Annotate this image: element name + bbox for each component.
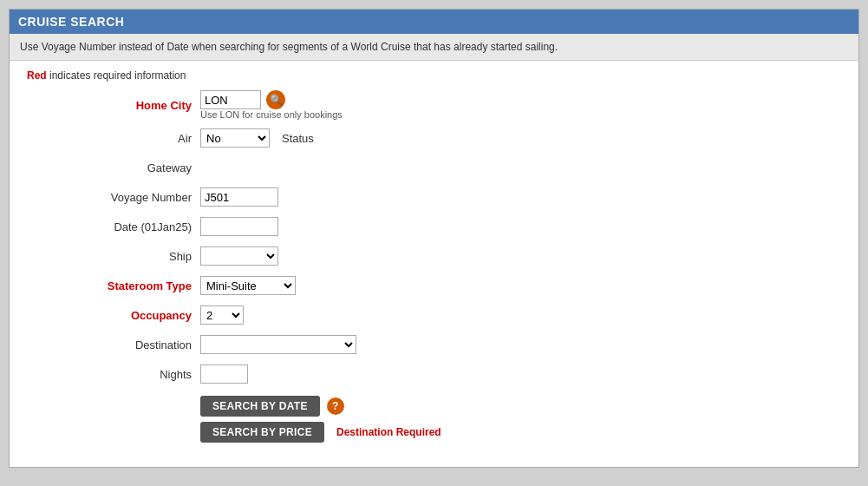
destination-row: Destination xyxy=(27,333,841,356)
home-city-block: 🔍 Use LON for cruise only bookings xyxy=(200,90,343,120)
ship-select[interactable] xyxy=(200,246,278,266)
home-city-label: Home City xyxy=(27,99,200,112)
form-area: Red indicates required information Home … xyxy=(10,61,858,467)
voyage-number-row: Voyage Number xyxy=(27,186,841,208)
voyage-number-label: Voyage Number xyxy=(27,191,200,204)
search-price-line: SEARCH BY PRICE Destination Required xyxy=(200,422,441,443)
home-city-search-button[interactable]: 🔍 xyxy=(266,90,285,109)
buttons-row: SEARCH BY DATE ? SEARCH BY PRICE Destina… xyxy=(27,392,841,443)
destination-label: Destination xyxy=(27,338,200,351)
page-container: CRUISE SEARCH Use Voyage Number instead … xyxy=(0,0,868,476)
info-bar: Use Voyage Number instead of Date when s… xyxy=(10,34,858,61)
ship-controls xyxy=(200,246,841,266)
occupancy-controls: 1 2 3 4 xyxy=(200,305,841,325)
ship-row: Ship xyxy=(27,245,841,267)
date-label: Date (01Jan25) xyxy=(27,220,200,233)
occupancy-row: Occupancy 1 2 3 4 xyxy=(27,304,841,326)
panel-header: CRUISE SEARCH xyxy=(10,10,858,34)
destination-select[interactable] xyxy=(200,335,356,354)
home-city-input[interactable] xyxy=(200,90,261,109)
air-label: Air xyxy=(27,132,200,145)
info-text: Use Voyage Number instead of Date when s… xyxy=(20,41,558,53)
home-city-input-row: 🔍 xyxy=(200,90,343,109)
destination-required-msg: Destination Required xyxy=(336,426,441,438)
stateroom-type-controls: Mini-Suite Inside Outside Balcony Suite xyxy=(200,276,841,295)
red-indicator-text: indicates required information xyxy=(49,69,186,82)
stateroom-type-select[interactable]: Mini-Suite Inside Outside Balcony Suite xyxy=(200,276,296,295)
date-input[interactable] xyxy=(200,217,278,236)
nights-controls xyxy=(200,364,841,384)
status-label: Status xyxy=(282,132,314,145)
search-date-line: SEARCH BY DATE ? xyxy=(200,396,441,417)
home-city-hint: Use LON for cruise only bookings xyxy=(200,109,343,120)
nights-input[interactable] xyxy=(200,364,248,384)
red-indicator: Red indicates required information xyxy=(27,69,841,82)
air-select[interactable]: No Yes xyxy=(200,128,270,148)
help-icon[interactable]: ? xyxy=(327,397,344,415)
stateroom-type-row: Stateroom Type Mini-Suite Inside Outside… xyxy=(27,274,841,297)
magnifier-icon: 🔍 xyxy=(270,94,283,106)
panel-title: CRUISE SEARCH xyxy=(18,15,124,29)
air-controls: No Yes Status xyxy=(200,128,841,148)
gateway-label: Gateway xyxy=(27,161,200,174)
cruise-search-panel: CRUISE SEARCH Use Voyage Number instead … xyxy=(9,9,859,468)
stateroom-type-label: Stateroom Type xyxy=(27,279,200,292)
nights-label: Nights xyxy=(27,368,200,381)
voyage-number-controls xyxy=(200,187,841,207)
air-row: Air No Yes Status xyxy=(27,127,841,149)
search-by-price-button[interactable]: SEARCH BY PRICE xyxy=(200,422,324,443)
destination-controls xyxy=(200,335,841,354)
occupancy-label: Occupancy xyxy=(27,309,200,322)
home-city-row: Home City 🔍 Use LON for cruise only book… xyxy=(27,90,841,120)
search-by-date-button[interactable]: SEARCH BY DATE xyxy=(200,396,320,417)
date-row: Date (01Jan25) xyxy=(27,215,841,238)
ship-label: Ship xyxy=(27,250,200,263)
voyage-number-input[interactable] xyxy=(200,187,278,207)
occupancy-select[interactable]: 1 2 3 4 xyxy=(200,305,244,325)
nights-row: Nights xyxy=(27,363,841,385)
date-controls xyxy=(200,217,841,236)
buttons-area: SEARCH BY DATE ? SEARCH BY PRICE Destina… xyxy=(200,396,441,443)
gateway-row: Gateway xyxy=(27,156,841,179)
red-label: Red xyxy=(27,69,47,82)
